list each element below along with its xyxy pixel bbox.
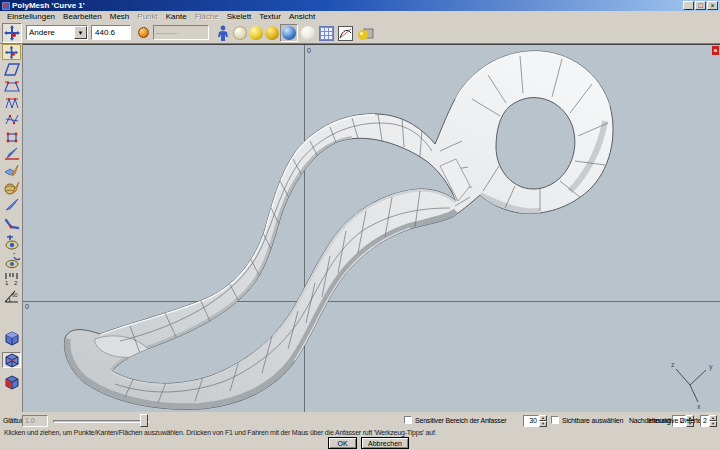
curve-graph-button[interactable] <box>338 26 353 41</box>
tool-extrude-parallelogram[interactable] <box>2 61 21 77</box>
menu-ansicht[interactable]: Ansicht <box>285 12 319 21</box>
parallelogram-icon <box>4 63 20 76</box>
maximize-button[interactable]: □ <box>695 1 706 10</box>
ruler-1-2-icon: 12 <box>4 271 19 286</box>
sensitive-area-label: Sensitiver Bereich der Anfasser <box>415 417 506 424</box>
value-field[interactable]: 440.6 <box>91 25 131 40</box>
render-preview-icon <box>357 26 374 41</box>
tool-rotate-eye[interactable] <box>2 252 21 268</box>
menu-skelett[interactable]: Skelett <box>223 12 255 21</box>
close-button[interactable]: × <box>707 1 718 10</box>
sensitive-area-checkbox[interactable] <box>404 416 412 424</box>
shell-icon <box>4 181 20 195</box>
viewport-3d[interactable]: 0 0 a <box>23 44 720 412</box>
mesh-model[interactable] <box>23 45 720 413</box>
main-toolbar: Ändere ▼ 440.6 ――― <box>0 22 720 44</box>
tool-palette: 12 60 <box>0 44 23 412</box>
curve-graph-icon <box>339 27 352 40</box>
subdivision-spinner[interactable]: 2▲▼ <box>700 415 717 427</box>
tool-blade[interactable] <box>2 197 21 213</box>
app-icon <box>2 2 10 10</box>
orange-dot-button[interactable] <box>138 27 149 38</box>
grid-view-button[interactable] <box>319 26 334 41</box>
move-arrows-icon <box>3 24 21 42</box>
svg-text:60: 60 <box>12 292 18 298</box>
visible-select-checkbox[interactable] <box>551 416 559 424</box>
mannequin-icon[interactable] <box>216 25 230 42</box>
menu-mesh[interactable]: Mesh <box>106 12 134 21</box>
axis-x-label: x <box>697 403 701 410</box>
cube-shaded-icon <box>3 330 20 347</box>
bottom-panel: Glättung 1.0 Sensitiver Bereich der Anfa… <box>0 412 720 450</box>
pencil-diamond-icon <box>4 164 20 178</box>
title-bar: PolyMesh 'Curve 1' _ □ × <box>0 0 720 11</box>
menu-punkt: Punkt <box>133 12 161 21</box>
sensitive-area-spinner[interactable]: 30 ▲▼ <box>523 415 547 427</box>
subdivision-value[interactable]: 2 <box>700 415 709 427</box>
cube-red-icon <box>3 374 20 391</box>
tool-move[interactable] <box>2 44 21 60</box>
visible-select-label: Sichtbare auswählen <box>562 417 623 424</box>
smoothing-value-field: 1.0 <box>22 415 48 427</box>
smoothing-slider-track[interactable] <box>53 420 149 423</box>
mode-dropdown[interactable]: Ändere ▼ <box>26 25 88 40</box>
tool-scale-trapezoid[interactable] <box>2 78 21 94</box>
tool-bend-elbow[interactable] <box>2 216 21 232</box>
smoothing-slider-thumb[interactable] <box>140 414 148 427</box>
ok-button[interactable]: OK <box>328 437 357 449</box>
svg-text:2: 2 <box>14 280 18 286</box>
tool-cube-red-face[interactable] <box>2 374 21 390</box>
tool-mesh-points[interactable] <box>2 112 21 128</box>
tool-knife-cut[interactable] <box>2 146 21 162</box>
tool-face-handles[interactable] <box>2 129 21 145</box>
tool-cube-shaded[interactable] <box>2 330 21 346</box>
blade-icon <box>4 198 20 212</box>
sphere-blue-button-active[interactable] <box>280 24 298 42</box>
trapezoid-icon <box>4 80 20 93</box>
knife-icon <box>4 147 20 161</box>
sphere-gold-button[interactable] <box>265 26 279 40</box>
sphere-yellow-button[interactable] <box>249 26 263 40</box>
svg-text:1: 1 <box>5 280 9 286</box>
sensitive-area-value[interactable]: 30 <box>523 415 539 427</box>
mesh-points-icon <box>4 113 20 127</box>
cancel-button[interactable]: Abbrechen <box>361 437 409 449</box>
lattice-icon <box>4 96 20 110</box>
window-title: PolyMesh 'Curve 1' <box>10 1 85 10</box>
axis-y-label: y <box>709 363 713 371</box>
elbow-icon <box>4 217 20 231</box>
tool-angle-60[interactable]: 60 <box>2 288 21 304</box>
spin-down-icon[interactable]: ▼ <box>709 421 717 427</box>
tool-sculpt-shell[interactable] <box>2 180 21 196</box>
menu-flaeche: Fläche <box>191 12 223 21</box>
move-icon <box>4 45 19 60</box>
tool-measure-1-2[interactable]: 12 <box>2 270 21 286</box>
status-text: Klicken und ziehen, um Punkte/Kanten/Flä… <box>4 429 716 436</box>
sphere-blue-icon <box>282 26 296 40</box>
mode-dropdown-value: Ändere <box>27 26 74 39</box>
eye-plus-icon <box>4 235 20 250</box>
spin-down-icon[interactable]: ▼ <box>539 421 547 427</box>
tool-cube-wire-active[interactable] <box>2 352 21 368</box>
tool-show-add-eye[interactable] <box>2 234 21 250</box>
chevron-down-icon[interactable]: ▼ <box>74 26 87 39</box>
eye-rotate-icon <box>4 253 20 268</box>
tool-lattice-deform[interactable] <box>2 95 21 111</box>
move-tool-button[interactable] <box>2 23 22 43</box>
axis-triad: z y x <box>668 355 718 411</box>
menu-bar: Einstellungen Bearbeiten Mesh Punkt Kant… <box>0 11 720 22</box>
menu-einstellungen[interactable]: Einstellungen <box>3 12 59 21</box>
render-preview-button[interactable] <box>357 26 374 41</box>
tool-pencil-face[interactable] <box>2 163 21 179</box>
disabled-field: ――― <box>153 25 209 40</box>
menu-bearbeiten[interactable]: Bearbeiten <box>59 12 106 21</box>
menu-textur[interactable]: Textur <box>255 12 285 21</box>
minimize-button[interactable]: _ <box>683 1 694 10</box>
sphere-wireframe-button[interactable] <box>233 26 247 40</box>
axis-z-label: z <box>671 361 675 368</box>
sphere-pale-button[interactable] <box>301 26 315 40</box>
window-controls: _ □ × <box>682 1 718 10</box>
square-handles-icon <box>5 131 19 144</box>
menu-kante[interactable]: Kante <box>162 12 191 21</box>
angle-60-icon: 60 <box>3 289 20 304</box>
